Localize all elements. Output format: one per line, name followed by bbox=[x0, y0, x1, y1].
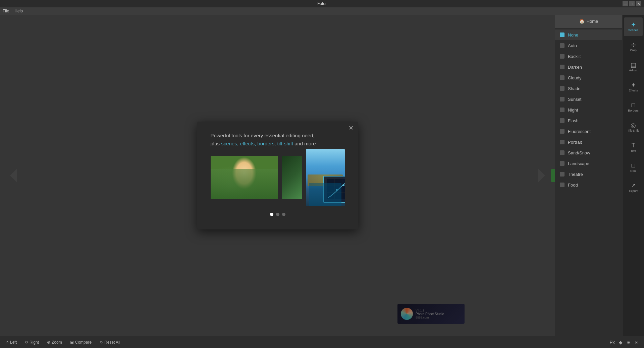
bottom-bar: ↺ Left ↻ Right ⊕ Zoom ▣ Compare ↺ Reset … bbox=[0, 336, 644, 348]
cloudy-label: Cloudy bbox=[568, 75, 581, 80]
minimize-button[interactable]: — bbox=[623, 1, 628, 6]
menu-file[interactable]: File bbox=[3, 9, 9, 13]
scenes-list: NoneAutoBacklitDarkenCloudyShadeSunsetNi… bbox=[555, 28, 622, 336]
scene-item-sand-snow[interactable]: Sand/Snow bbox=[555, 147, 622, 158]
maximize-button[interactable]: □ bbox=[629, 1, 635, 6]
landscape-label: Landscape bbox=[568, 161, 589, 166]
tool-item-export[interactable]: ↗Export bbox=[624, 178, 643, 197]
landscape-scene-icon bbox=[559, 160, 565, 166]
backlit-scene-icon bbox=[559, 53, 565, 59]
scenes-tool-label: Scenes bbox=[628, 28, 638, 32]
darken-scene-icon bbox=[559, 64, 565, 70]
shade-scene-icon bbox=[559, 85, 565, 91]
svg-rect-10 bbox=[560, 32, 565, 37]
rotate-right-button[interactable]: ↻ Right bbox=[25, 340, 39, 345]
app-title: Fotor bbox=[317, 1, 327, 6]
svg-rect-18 bbox=[560, 118, 565, 123]
tool-item-effects[interactable]: ✦Effects bbox=[624, 78, 643, 96]
scene-item-flash[interactable]: Flash bbox=[555, 115, 622, 126]
close-button[interactable]: ✕ bbox=[636, 1, 641, 6]
portrait-scene-icon bbox=[559, 139, 565, 145]
text-tool-icon: T bbox=[632, 142, 635, 148]
scene-item-portrait[interactable]: Portrait bbox=[555, 137, 622, 147]
reset-label: Reset All bbox=[104, 340, 120, 345]
bottom-right-icons: Fx ◆ ⊞ ⊡ bbox=[609, 340, 639, 345]
scene-item-none[interactable]: None bbox=[555, 29, 622, 40]
modal-text: Powerful tools for every essential editi… bbox=[211, 132, 345, 148]
scenes-tool-icon: ✦ bbox=[631, 22, 636, 28]
scene-item-shade[interactable]: Shade bbox=[555, 83, 622, 94]
modal-image-plants bbox=[282, 156, 302, 199]
new-tool-icon: □ bbox=[632, 162, 635, 168]
tool-item-new[interactable]: □New bbox=[624, 158, 643, 177]
scene-item-cloudy[interactable]: Cloudy bbox=[555, 72, 622, 83]
home-button[interactable]: 🏠 Home bbox=[555, 15, 622, 28]
compare-icon: ▣ bbox=[70, 340, 74, 345]
curve-svg bbox=[327, 179, 345, 199]
svg-rect-11 bbox=[560, 43, 565, 48]
modal-dot-2[interactable] bbox=[276, 213, 279, 216]
reset-all-button[interactable]: ↺ Reset All bbox=[100, 340, 120, 345]
svg-rect-24 bbox=[560, 183, 565, 187]
menu-help[interactable]: Help bbox=[14, 9, 23, 13]
shade-label: Shade bbox=[568, 86, 581, 91]
none-scene-icon bbox=[559, 32, 565, 38]
tool-item-text[interactable]: TText bbox=[624, 138, 643, 157]
export-tool-icon: ↗ bbox=[631, 183, 636, 189]
food-label: Food bbox=[568, 183, 578, 188]
effects-tool-icon: ✦ bbox=[631, 82, 636, 88]
modal-image-grass bbox=[211, 156, 278, 199]
fluorescent-label: Fluorescent bbox=[568, 129, 591, 134]
darken-label: Darken bbox=[568, 65, 582, 70]
zoom-icon: ⊕ bbox=[47, 340, 50, 345]
night-label: Night bbox=[568, 108, 578, 113]
window-controls: — □ ✕ bbox=[623, 1, 641, 6]
menu-bar: File Help bbox=[0, 7, 644, 15]
scene-item-food[interactable]: Food bbox=[555, 180, 622, 190]
rotate-left-button[interactable]: ↺ Left bbox=[5, 340, 17, 345]
sunset-scene-icon bbox=[559, 96, 565, 102]
scene-item-sunset[interactable]: Sunset bbox=[555, 94, 622, 105]
grid-icon[interactable]: ⊞ bbox=[627, 340, 631, 345]
svg-rect-20 bbox=[560, 140, 565, 144]
sand-snow-scene-icon bbox=[559, 150, 565, 156]
zoom-button[interactable]: ⊕ Zoom bbox=[47, 340, 62, 345]
modal-text-suffix: and more bbox=[293, 141, 316, 146]
modal-text-line1: Powerful tools for every essential editi… bbox=[211, 132, 345, 140]
scene-item-landscape[interactable]: Landscape bbox=[555, 158, 622, 169]
scene-item-backlit[interactable]: Backlit bbox=[555, 51, 622, 62]
tool-item-tilt-shift[interactable]: ◎Tilt-Shift bbox=[624, 118, 643, 137]
rotate-right-label: Right bbox=[30, 340, 39, 345]
tool-item-adjust[interactable]: ▤Adjust bbox=[624, 58, 643, 76]
scene-item-auto[interactable]: Auto bbox=[555, 40, 622, 51]
modal-close-button[interactable]: ✕ bbox=[348, 125, 354, 131]
tool-item-crop[interactable]: ⊹Crop bbox=[624, 38, 643, 56]
modal-dot-3[interactable] bbox=[282, 213, 285, 216]
fx-icon[interactable]: Fx bbox=[609, 340, 615, 345]
auto-label: Auto bbox=[568, 43, 577, 48]
svg-rect-13 bbox=[560, 65, 565, 69]
modal-text-line2: plus scenes, effects, borders, tilt-shif… bbox=[211, 140, 345, 148]
modal-text-links: scenes, effects, borders, tilt-shift bbox=[221, 141, 293, 146]
scene-item-fluorescent[interactable]: Fluorescent bbox=[555, 126, 622, 137]
frame-icon[interactable]: ⊡ bbox=[635, 340, 639, 345]
compare-label: Compare bbox=[75, 340, 92, 345]
scene-item-night[interactable]: Night bbox=[555, 105, 622, 115]
compare-button[interactable]: ▣ Compare bbox=[70, 340, 92, 345]
cloudy-scene-icon bbox=[559, 75, 565, 81]
tool-sidebar: ✦Scenes⊹Crop▤Adjust✦Effects□Borders◎Tilt… bbox=[622, 15, 644, 336]
flash-scene-icon bbox=[559, 118, 565, 124]
modal-dot-1[interactable] bbox=[270, 213, 273, 216]
svg-rect-12 bbox=[560, 54, 565, 59]
modal-overlay: ✕ Powerful tools for every essential edi… bbox=[0, 15, 555, 336]
diamond-icon[interactable]: ◆ bbox=[619, 340, 623, 345]
scene-item-darken[interactable]: Darken bbox=[555, 62, 622, 72]
tool-item-scenes[interactable]: ✦Scenes bbox=[624, 17, 643, 36]
svg-rect-22 bbox=[560, 161, 565, 166]
rotate-right-icon: ↻ bbox=[25, 340, 28, 345]
auto-scene-icon bbox=[559, 43, 565, 49]
tool-item-borders[interactable]: □Borders bbox=[624, 98, 643, 117]
effects-tool-label: Effects bbox=[629, 89, 638, 92]
scene-item-theatre[interactable]: Theatre bbox=[555, 169, 622, 180]
svg-rect-14 bbox=[560, 75, 565, 80]
